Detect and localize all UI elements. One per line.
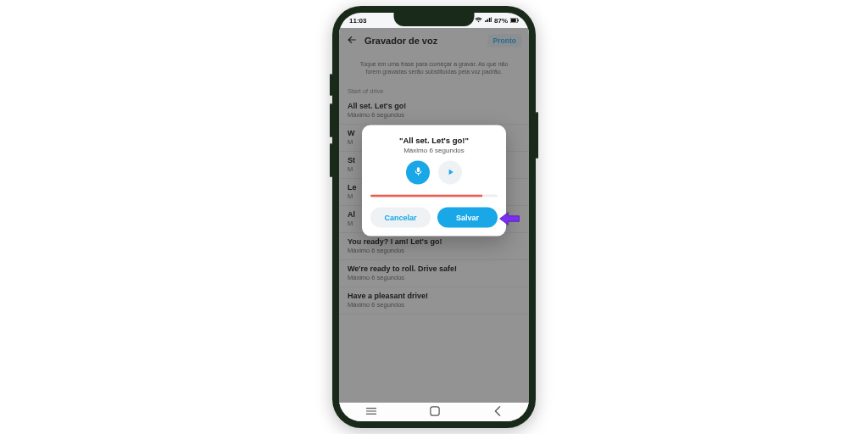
android-navbar [339, 403, 529, 421]
svg-rect-1 [511, 19, 516, 22]
signal-icon [485, 17, 492, 25]
progress-bar [370, 194, 498, 197]
play-icon [446, 164, 455, 180]
progress-fill [370, 194, 482, 197]
modal-controls [370, 160, 498, 184]
microphone-icon [413, 164, 424, 180]
battery-text: 87% [494, 17, 508, 25]
wifi-icon [475, 17, 482, 25]
svg-rect-2 [518, 19, 519, 21]
record-modal: "All set. Let's go!" Máximo 6 segundos [362, 125, 506, 236]
phone-side-button [330, 74, 332, 96]
modal-title: "All set. Let's go!" [370, 135, 498, 144]
play-button[interactable] [438, 160, 462, 184]
save-button[interactable]: Salvar [437, 207, 498, 227]
nav-back-icon[interactable] [493, 406, 502, 418]
notch [394, 13, 475, 26]
phone-volume-down [330, 143, 332, 177]
nav-home-icon[interactable] [430, 406, 440, 418]
phone-volume-up [330, 103, 332, 137]
nav-recent-icon[interactable] [366, 407, 376, 417]
battery-icon [510, 17, 519, 25]
modal-subtitle: Máximo 6 segundos [370, 146, 498, 153]
phone-power-button [536, 112, 538, 159]
modal-actions: Cancelar Salvar [370, 207, 498, 227]
status-right: 87% [475, 17, 519, 25]
svg-rect-6 [431, 407, 439, 415]
phone-frame: 11:03 87% Gravador de voz Pronto [332, 6, 536, 428]
tutorial-arrow-icon [498, 211, 520, 226]
status-time: 11:03 [349, 17, 366, 25]
record-button[interactable] [406, 160, 430, 184]
screen: 11:03 87% Gravador de voz Pronto [339, 13, 529, 421]
cancel-button[interactable]: Cancelar [370, 207, 431, 227]
